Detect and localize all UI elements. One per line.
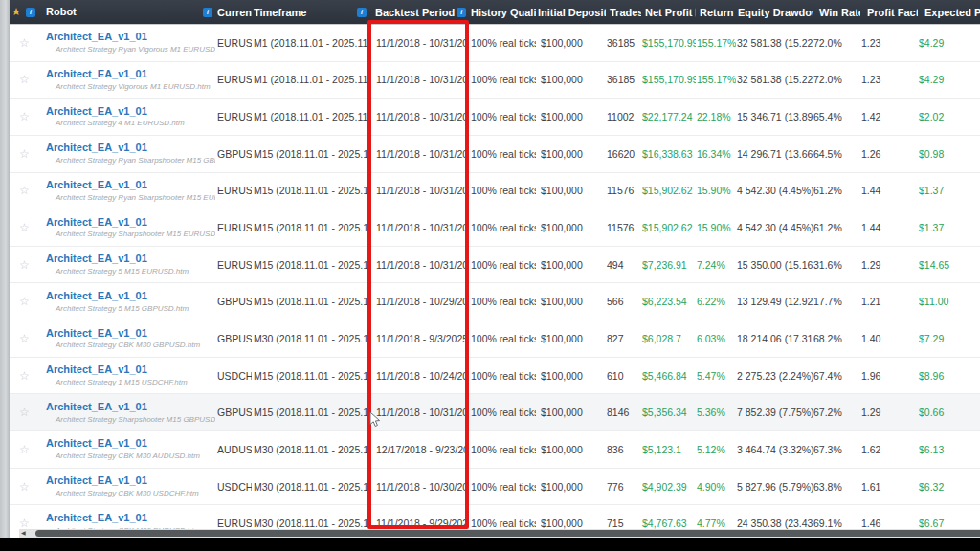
- robot-link[interactable]: Architect_EA_v1_01: [46, 142, 215, 155]
- favorite-cell: ☆: [10, 332, 38, 345]
- header-return[interactable]: Return ↓: [696, 0, 736, 24]
- robot-link[interactable]: Architect_EA_v1_01: [46, 401, 215, 414]
- header-expected-payoff[interactable]: Expected Payoff i: [918, 0, 980, 24]
- table-row[interactable]: ☆ Architect_EA_v1_01 Architect Strategy …: [10, 209, 980, 247]
- win-rate-cell: 67.4%: [813, 370, 860, 382]
- initial-deposit-cell: $100,000: [536, 370, 606, 382]
- table-row[interactable]: ☆ Architect_EA_v1_01 Architect Strategy …: [10, 99, 980, 136]
- backtest-period-cell: 11/1/2018 - 10/31/2025: [369, 37, 469, 49]
- favorite-star-icon[interactable]: ☆: [19, 147, 30, 161]
- currency-cell: GBPUSD: [215, 333, 252, 344]
- header-initial-deposit[interactable]: Initial Deposit i: [536, 0, 606, 24]
- robot-file-name: Architect Strategy 5 M15 EURUSD.htm: [46, 267, 215, 276]
- favorite-star-icon[interactable]: ☆: [19, 221, 30, 234]
- favorite-star-icon[interactable]: ☆: [19, 369, 30, 383]
- header-label: Win Rate: [819, 7, 860, 18]
- header-trades[interactable]: Trades i: [606, 0, 641, 24]
- robot-link[interactable]: Architect_EA_v1_01: [46, 216, 215, 230]
- favorite-star-icon[interactable]: ☆: [19, 480, 30, 494]
- robot-link[interactable]: Architect_EA_v1_01: [46, 290, 215, 303]
- header-timeframe[interactable]: Timeframe i: [252, 0, 369, 24]
- robot-link[interactable]: Architect_EA_v1_01: [46, 105, 215, 119]
- robot-link[interactable]: Architect_EA_v1_01: [46, 437, 215, 451]
- initial-deposit-cell: $100,000: [536, 222, 606, 233]
- profit-factor-cell: 1.42: [860, 111, 918, 122]
- expected-payoff-cell: $8.96: [918, 370, 980, 382]
- robot-link[interactable]: Architect_EA_v1_01: [46, 327, 215, 341]
- favorite-star-icon[interactable]: ☆: [19, 406, 30, 419]
- header-history-quality[interactable]: History Quality i: [469, 0, 536, 24]
- header-net-profit[interactable]: Net Profit i: [641, 0, 696, 24]
- equity-drawdown-cell: 32 581.38 (15.22%): [736, 37, 813, 49]
- header-robot[interactable]: Robot i: [38, 0, 215, 24]
- robot-link[interactable]: Architect_EA_v1_01: [46, 253, 215, 266]
- header-label: Initial Deposit: [538, 7, 606, 18]
- robot-link[interactable]: Architect_EA_v1_01: [46, 474, 215, 488]
- history-quality-cell: 100% real ticks: [469, 407, 536, 418]
- profit-factor-cell: 1.29: [860, 407, 918, 418]
- win-rate-cell: 72.0%: [813, 37, 860, 49]
- timeframe-cell: M15 (2018.11.01 - 2025.11.01): [252, 148, 369, 160]
- favorite-star-icon[interactable]: ☆: [19, 184, 30, 197]
- header-win-rate[interactable]: Win Rate i: [813, 0, 860, 24]
- history-quality-cell: 100% real ticks: [469, 148, 536, 160]
- expected-payoff-cell: $0.98: [918, 148, 980, 160]
- table-row[interactable]: ☆ Architect_EA_v1_01 Architect Strategy …: [10, 173, 980, 210]
- scrollbar-thumb[interactable]: [35, 530, 980, 537]
- header-currency[interactable]: Currency i: [215, 0, 252, 24]
- header-backtest-period[interactable]: Backtest Period i: [369, 0, 469, 24]
- robot-link[interactable]: Architect_EA_v1_01: [46, 68, 215, 81]
- table-row[interactable]: ☆ Architect_EA_v1_01 Architect Strategy …: [10, 320, 980, 358]
- table-row[interactable]: ☆ Architect_EA_v1_01 Architect Strategy …: [10, 62, 980, 99]
- net-profit-cell: $5,123.1: [641, 444, 696, 455]
- horizontal-scrollbar[interactable]: ◀: [19, 529, 980, 538]
- table-row[interactable]: ☆ Architect_EA_v1_01 Architect Strategy …: [10, 469, 980, 506]
- table-row[interactable]: ☆ Architect_EA_v1_01 Architect Strategy …: [10, 394, 980, 431]
- win-rate-cell: 68.2%: [813, 333, 860, 344]
- favorite-star-icon[interactable]: ☆: [19, 443, 30, 456]
- table-row[interactable]: ☆ Architect_EA_v1_01 Architect Strategy …: [10, 136, 980, 173]
- info-icon[interactable]: i: [26, 8, 35, 17]
- header-label: Trades: [610, 7, 641, 18]
- favorite-star-icon[interactable]: ☆: [19, 36, 30, 50]
- favorite-star-icon[interactable]: ☆: [19, 332, 30, 345]
- robot-link[interactable]: Architect_EA_v1_01: [46, 512, 215, 525]
- favorite-star-icon[interactable]: ☆: [19, 258, 30, 272]
- table-row[interactable]: ☆ Architect_EA_v1_01 Architect Strategy …: [10, 358, 980, 395]
- robot-file-name: Architect Strategy Sharpshooter M15 EURU…: [46, 230, 215, 239]
- favorite-star-icon[interactable]: ☆: [19, 73, 30, 86]
- header-equity-drawdown[interactable]: Equity Drawdown i: [736, 0, 813, 24]
- info-icon[interactable]: i: [357, 8, 367, 17]
- table-row[interactable]: ☆ Architect_EA_v1_01 Architect Strategy …: [10, 247, 980, 284]
- robot-link[interactable]: Architect_EA_v1_01: [46, 364, 215, 377]
- robot-cell: Architect_EA_v1_01 Architect Strategy Ry…: [38, 179, 215, 203]
- robot-file-name: Architect Strategy CBK M30 AUDUSD.htm: [46, 452, 215, 461]
- header-label: Backtest Period: [375, 7, 455, 18]
- currency-cell: GBPUSD: [215, 407, 252, 418]
- table-row[interactable]: ☆ Architect_EA_v1_01 Architect Strategy …: [10, 283, 980, 320]
- robot-link[interactable]: Architect_EA_v1_01: [46, 179, 215, 192]
- header-favorites[interactable]: ★ i: [10, 0, 38, 24]
- timeframe-cell: M30 (2018.11.01 - 2025.11.01): [252, 444, 369, 455]
- history-quality-cell: 100% real ticks: [469, 259, 536, 271]
- table-row[interactable]: ☆ Architect_EA_v1_01 Architect Strategy …: [10, 431, 980, 469]
- currency-cell: EURUSD: [215, 518, 252, 529]
- initial-deposit-cell: $100,000: [536, 37, 606, 49]
- win-rate-cell: 65.4%: [813, 111, 860, 122]
- favorite-cell: ☆: [10, 73, 38, 86]
- header-label: Return: [700, 7, 733, 18]
- favorite-star-icon[interactable]: ☆: [19, 110, 30, 123]
- header-profit-factor[interactable]: Profit Factor i: [860, 0, 918, 24]
- initial-deposit-cell: $100,000: [536, 185, 606, 196]
- favorite-star-icon[interactable]: ☆: [19, 295, 30, 308]
- scroll-left-icon[interactable]: ◀: [21, 529, 26, 538]
- net-profit-cell: $6,028.7: [641, 333, 696, 344]
- profit-factor-cell: 1.96: [860, 370, 918, 382]
- info-icon[interactable]: i: [457, 8, 466, 17]
- table-row[interactable]: ☆ Architect_EA_v1_01 Architect Strategy …: [10, 25, 980, 62]
- trades-cell: 566: [606, 296, 641, 307]
- robot-link[interactable]: Architect_EA_v1_01: [46, 31, 215, 44]
- expected-payoff-cell: $4.29: [918, 37, 980, 49]
- initial-deposit-cell: $100,000: [536, 444, 606, 455]
- info-icon[interactable]: i: [203, 8, 212, 17]
